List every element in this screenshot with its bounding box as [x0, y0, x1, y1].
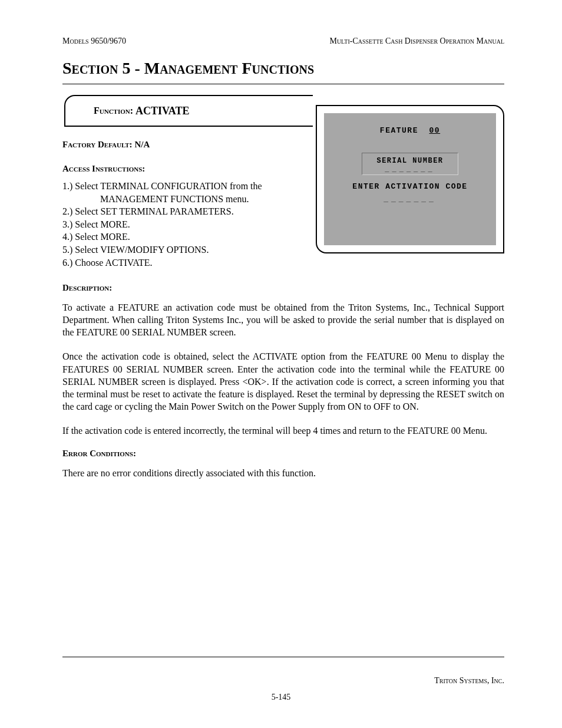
- enter-code-value: _______: [336, 195, 484, 203]
- factory-default-value: N/A: [134, 140, 150, 149]
- enter-code-label: ENTER ACTIVATION CODE: [336, 182, 484, 191]
- paragraph-3: If the activation code is entered incorr…: [62, 424, 504, 437]
- function-label: Function:: [94, 106, 133, 116]
- step-6: 6.) Choose ACTIVATE.: [62, 256, 310, 269]
- footer-rule: [62, 657, 504, 657]
- error-text: There are no error conditions directly a…: [62, 467, 504, 479]
- step-4: 4.) Select MORE.: [62, 230, 310, 243]
- function-value: ACTIVATE: [135, 105, 189, 117]
- factory-default-label: Factory Default:: [62, 140, 133, 149]
- step-5: 5.) Select VIEW/MODIFY OPTIONS.: [62, 243, 310, 256]
- serial-box: SERIAL NUMBER _______: [362, 153, 458, 175]
- paragraph-1: To activate a FEATURE an activation code…: [62, 301, 504, 338]
- function-tab: Function: ACTIVATE: [64, 95, 313, 127]
- screen-feature-label: FEATURE: [380, 126, 418, 135]
- serial-value: _______: [366, 165, 454, 173]
- section-title: Section 5 - Management Functions: [62, 59, 504, 78]
- error-heading: Error Conditions:: [62, 449, 504, 459]
- serial-label: SERIAL NUMBER: [366, 157, 454, 165]
- access-instructions-label: Access Instructions:: [62, 164, 310, 174]
- description-heading: Description:: [62, 283, 504, 293]
- step-3: 3.) Select MORE.: [62, 218, 310, 231]
- step-1: 1.) Select TERMINAL CONFIGURATION from t…: [62, 180, 310, 193]
- step-1b: MANAGEMENT FUNCTIONS menu.: [62, 193, 310, 206]
- header-left: Models 9650/9670: [62, 37, 126, 46]
- terminal-screenshot: FEATURE 00 SERIAL NUMBER _______ ENTER A…: [316, 105, 504, 253]
- footer-company: Triton Systems, Inc.: [434, 676, 504, 686]
- screen-feature-num: 00: [429, 126, 441, 135]
- footer-page: 5-145: [0, 693, 562, 702]
- access-steps: 1.) Select TERMINAL CONFIGURATION from t…: [62, 180, 310, 269]
- header-right: Multi-Cassette Cash Dispenser Operation …: [329, 37, 504, 46]
- step-2: 2.) Select SET TERMINAL PARAMETERS.: [62, 205, 310, 218]
- title-rule: [62, 84, 504, 84]
- paragraph-2: Once the activation code is obtained, se…: [62, 350, 504, 413]
